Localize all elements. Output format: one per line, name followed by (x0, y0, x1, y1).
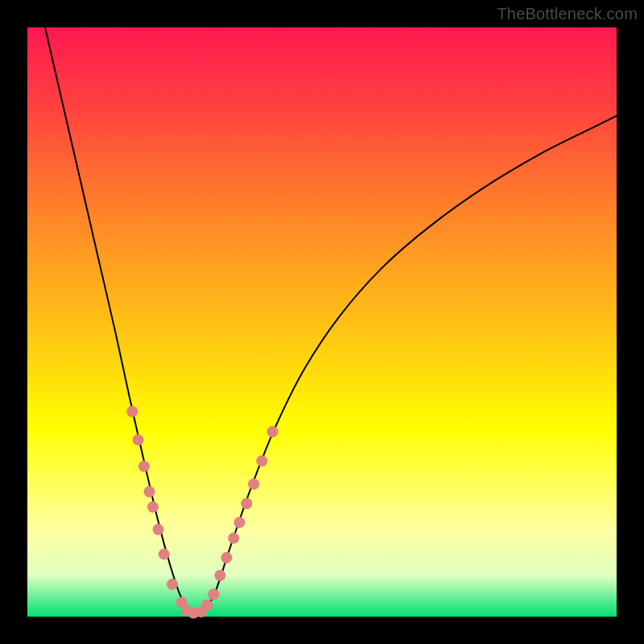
sample-dot (138, 460, 150, 472)
sample-dot (248, 478, 259, 489)
chart-frame: TheBottleneck.com (0, 0, 644, 644)
sample-dot (153, 524, 164, 535)
sample-dot (228, 533, 239, 544)
sample-dot (144, 486, 155, 497)
sample-dot (214, 570, 225, 581)
bottleneck-curve (45, 27, 617, 615)
sample-dot (256, 456, 267, 467)
sample-dots (126, 406, 278, 618)
sample-dot (167, 579, 178, 590)
sample-dot (126, 406, 138, 417)
sample-dot (201, 599, 213, 610)
sample-dot (241, 498, 252, 510)
sample-dot (159, 548, 170, 559)
watermark-text: TheBottleneck.com (497, 5, 638, 23)
sample-dot (133, 434, 144, 445)
curve-layer (27, 27, 617, 617)
sample-dot (208, 588, 219, 600)
sample-dot (267, 426, 279, 437)
sample-dot (221, 552, 232, 564)
plot-area (27, 27, 617, 617)
sample-dot (147, 502, 159, 513)
sample-dot (234, 517, 246, 528)
